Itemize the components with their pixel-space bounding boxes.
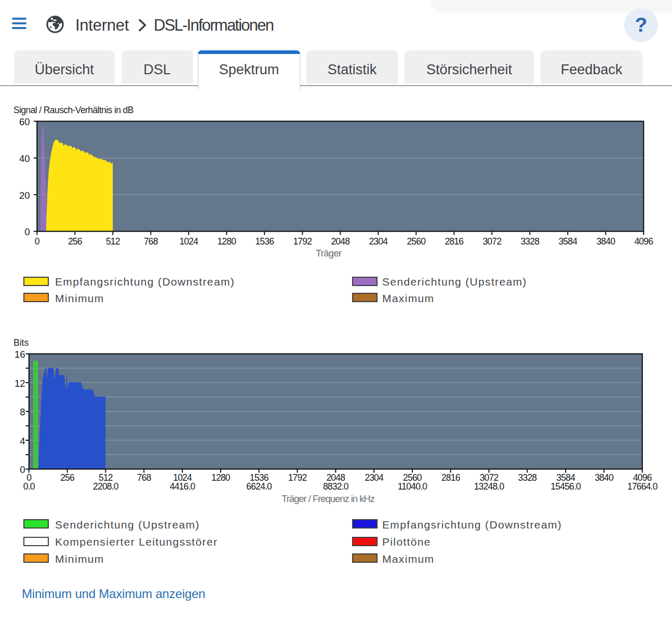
svg-text:3072: 3072 [482, 236, 501, 247]
svg-text:15456.0: 15456.0 [550, 481, 581, 492]
svg-text:768: 768 [144, 236, 158, 247]
svg-text:1024: 1024 [179, 236, 198, 247]
svg-text:Signal / Rausch-Verhältnis in: Signal / Rausch-Verhältnis in dB [14, 105, 133, 115]
svg-text:3584: 3584 [558, 236, 577, 247]
svg-text:12: 12 [15, 378, 25, 389]
svg-text:3328: 3328 [520, 236, 539, 247]
svg-text:2048: 2048 [331, 236, 350, 247]
svg-text:256: 256 [68, 236, 82, 247]
svg-text:3840: 3840 [595, 472, 614, 483]
svg-text:0: 0 [35, 236, 40, 247]
svg-text:4416.0: 4416.0 [170, 481, 196, 492]
svg-text:2560: 2560 [407, 236, 426, 247]
svg-text:1792: 1792 [293, 236, 312, 247]
svg-text:2208.0: 2208.0 [93, 481, 119, 492]
svg-text:1536: 1536 [255, 236, 274, 247]
svg-text:2304: 2304 [369, 236, 388, 247]
svg-text:16: 16 [15, 349, 25, 360]
svg-text:Träger: Träger [316, 248, 342, 259]
svg-text:6624.0: 6624.0 [246, 481, 272, 492]
svg-text:3840: 3840 [596, 236, 615, 247]
svg-text:1280: 1280 [217, 236, 236, 247]
svg-text:8832.0: 8832.0 [323, 481, 349, 492]
svg-text:20: 20 [19, 190, 30, 201]
svg-text:4096: 4096 [634, 236, 653, 247]
svg-text:256: 256 [60, 472, 74, 483]
svg-text:0: 0 [24, 226, 30, 237]
svg-text:8: 8 [20, 407, 25, 417]
svg-text:0: 0 [20, 464, 25, 475]
svg-text:Träger / Frequenz in kHz: Träger / Frequenz in kHz [281, 493, 375, 504]
svg-text:4: 4 [20, 436, 25, 446]
svg-text:2816: 2816 [441, 472, 460, 483]
svg-text:17664.0: 17664.0 [627, 481, 658, 492]
svg-text:40: 40 [19, 153, 30, 164]
svg-text:3328: 3328 [518, 472, 537, 483]
svg-text:512: 512 [106, 236, 120, 247]
svg-text:2304: 2304 [365, 472, 384, 483]
svg-text:60: 60 [19, 116, 30, 127]
svg-text:0.0: 0.0 [23, 481, 35, 492]
svg-text:13248.0: 13248.0 [474, 481, 505, 492]
svg-text:Bits: Bits [14, 337, 29, 348]
svg-text:768: 768 [137, 472, 151, 483]
svg-text:2816: 2816 [445, 236, 463, 247]
svg-text:1280: 1280 [211, 472, 231, 483]
svg-text:11040.0: 11040.0 [398, 481, 427, 492]
svg-text:1792: 1792 [288, 472, 307, 483]
